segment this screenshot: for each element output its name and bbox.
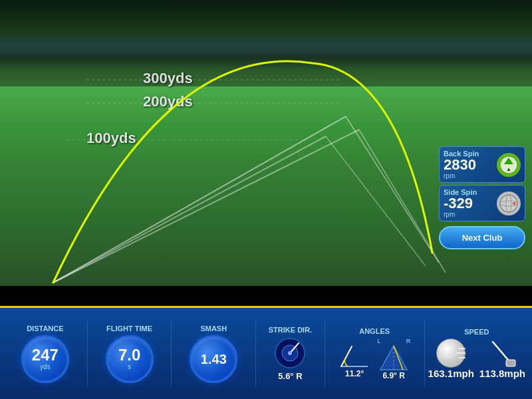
hud-inner: Distance 247 yds Flight Time 7.0 s Smash [0,308,532,399]
speed-lines-icon [436,338,466,368]
strike-dir-section: Strike Dir. 5.6° R [259,326,321,381]
smash-value: 1.43 [201,352,227,366]
svg-rect-30 [506,360,515,366]
divider-4 [325,321,325,387]
divider-5 [424,321,425,387]
back-spin-unit: rpm [444,172,479,180]
distance-unit: yds [40,363,51,370]
svg-text:▲: ▲ [506,166,511,172]
distance-value: 247 [32,347,59,363]
flight-time-unit: s [128,363,131,370]
flight-time-value: 7.0 [118,347,140,363]
launch-angle-item: 11.2° [338,340,370,378]
club-icon-area [487,338,517,368]
flight-time-section: Flight Time 7.0 s [91,325,168,383]
ball-speed-value: 163.1mph [428,368,474,379]
back-spin-box: Back Spin 2830 rpm ▲ [439,146,525,183]
distance-circle: 247 yds [21,335,69,383]
smash-circle: 1.43 [190,335,237,383]
speed-inner: 163.1mph 113.8mph [428,338,525,379]
flight-time-label: Flight Time [106,325,152,332]
svg-line-22 [341,346,352,366]
distance-section: Distance 247 yds [7,325,84,383]
bottom-hud: Distance 247 yds Flight Time 7.0 s Smash [0,306,532,399]
divider-1 [87,321,88,387]
svg-line-2 [53,136,326,283]
divider-2 [171,321,172,387]
back-spin-value: 2830 [444,158,479,172]
side-spin-icon [497,192,521,215]
next-club-button[interactable]: Next Club [439,226,525,249]
strike-dir-value: 5.6° R [278,371,302,381]
svg-line-5 [326,136,426,266]
golf-simulator-screen: 300yds 200yds 100yds Back Spin 2 [0,0,532,399]
club-icon [487,338,517,368]
face-angle-value: 6.9° R [382,371,404,380]
left-label: L [377,338,380,344]
right-panel: Back Spin 2830 rpm ▲ Side Spin -329 rpm [439,146,525,249]
angles-inner: 11.2° L R 6.9° R [338,338,410,380]
divider-3 [255,321,256,387]
lr-labels: L R [377,338,410,344]
face-angle-item: L R 6.9° R [377,338,410,380]
face-angle-icon [378,344,410,371]
side-spin-unit: rpm [444,211,477,218]
smash-label: Smash [200,325,227,332]
angles-label: Angles [359,327,390,335]
strike-dir-label: Strike Dir. [269,326,312,334]
distance-label: Distance [27,325,63,332]
svg-point-20 [288,351,292,355]
svg-line-3 [346,116,439,263]
smash-section: Smash 1.43 [175,325,252,383]
right-label: R [406,338,411,344]
svg-line-1 [53,130,359,283]
club-speed-item: 113.8mph [479,338,525,379]
strike-dir-icon [273,336,307,370]
club-speed-value: 113.8mph [479,368,525,379]
side-spin-box: Side Spin -329 rpm [439,185,525,221]
flight-time-circle: 7.0 s [106,335,154,383]
back-spin-icon: ▲ [497,153,521,177]
speed-section: Speed 163.1mph [428,328,525,379]
launch-angle-icon [338,340,370,369]
speed-label: Speed [464,328,489,336]
launch-angle-value: 11.2° [345,369,364,378]
ball-speed-visual [436,338,466,368]
angles-section: Angles 11.2° L [329,327,421,380]
side-spin-value: -329 [444,196,477,211]
ball-speed-item: 163.1mph [428,338,474,379]
